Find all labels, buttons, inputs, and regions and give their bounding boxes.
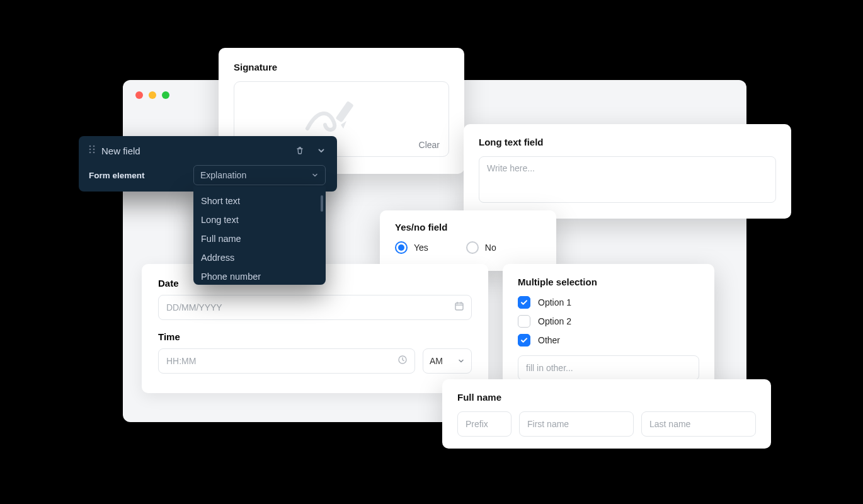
checkbox-control-2 (518, 315, 530, 328)
checkbox-option-1[interactable]: Option 1 (518, 296, 699, 309)
first-name-input[interactable] (519, 411, 634, 437)
other-text-input[interactable] (518, 355, 699, 381)
calendar-icon[interactable] (454, 301, 464, 314)
clock-icon[interactable] (397, 355, 408, 367)
multi-select-title: Multiple selection (518, 277, 699, 287)
dropdown-item-long-text[interactable]: Long text (193, 210, 326, 229)
delete-field-button[interactable] (295, 146, 304, 155)
ampm-value: AM (430, 356, 443, 366)
check-icon (520, 336, 528, 344)
collapse-panel-button[interactable] (317, 146, 326, 155)
form-element-selected: Explanation (200, 170, 246, 180)
yes-no-card: Yes/no field Yes No (380, 210, 556, 271)
drag-handle-icon[interactable] (89, 145, 95, 156)
window-minimize-dot[interactable] (149, 91, 156, 99)
chevron-down-icon (311, 171, 319, 179)
radio-yes-control (395, 241, 408, 254)
full-name-title: Full name (457, 392, 756, 403)
checkbox-option-other[interactable]: Other (518, 334, 699, 346)
svg-point-4 (89, 146, 91, 147)
dropdown-item-address[interactable]: Address (193, 248, 326, 267)
svg-rect-2 (455, 303, 463, 310)
ampm-select[interactable]: AM (423, 348, 472, 374)
chevron-down-icon (317, 146, 326, 155)
date-input[interactable] (158, 295, 472, 320)
long-text-title: Long text field (479, 137, 776, 147)
new-field-panel: New field Form element Explanation (79, 136, 337, 192)
dropdown-item-short-text[interactable]: Short text (193, 192, 326, 210)
long-text-input[interactable] (479, 156, 776, 203)
form-element-select[interactable]: Explanation (193, 165, 326, 185)
svg-point-6 (89, 149, 91, 151)
prefix-input[interactable] (457, 411, 512, 437)
checkbox-label-2: Option 2 (538, 316, 571, 326)
form-element-dropdown: Short text Long text Full name Address P… (193, 186, 326, 285)
signature-title: Signature (234, 62, 449, 72)
checkbox-control-other (518, 334, 530, 346)
time-input[interactable] (158, 348, 415, 374)
checkbox-label-other: Other (538, 335, 560, 345)
signature-icon (304, 97, 379, 135)
radio-yes[interactable]: Yes (395, 241, 428, 254)
check-icon (520, 299, 528, 306)
time-label: Time (158, 331, 472, 342)
radio-no[interactable]: No (466, 241, 496, 254)
signature-clear-button[interactable]: Clear (419, 140, 440, 150)
dropdown-item-full-name[interactable]: Full name (193, 229, 326, 248)
long-text-card: Long text field (464, 124, 791, 219)
checkbox-label-1: Option 1 (538, 297, 571, 307)
svg-rect-0 (335, 101, 353, 123)
form-element-label: Form element (89, 171, 145, 180)
window-zoom-dot[interactable] (162, 91, 169, 99)
radio-no-label: No (485, 243, 496, 253)
svg-point-7 (93, 149, 95, 151)
trash-icon (295, 146, 304, 155)
radio-yes-label: Yes (414, 243, 428, 253)
chevron-down-icon (457, 357, 465, 365)
svg-point-9 (93, 152, 95, 154)
radio-no-control (466, 241, 479, 254)
last-name-input[interactable] (641, 411, 756, 437)
svg-point-8 (89, 152, 91, 154)
multi-select-card: Multiple selection Option 1 Option 2 Oth… (503, 264, 714, 390)
dropdown-scrollbar[interactable] (321, 195, 323, 212)
window-close-dot[interactable] (135, 91, 143, 99)
checkbox-control-1 (518, 296, 530, 309)
dropdown-item-phone-number[interactable]: Phone number (193, 267, 326, 286)
checkbox-option-2[interactable]: Option 2 (518, 315, 699, 328)
svg-point-5 (93, 146, 95, 147)
full-name-card: Full name (442, 379, 771, 449)
svg-marker-1 (341, 121, 346, 129)
yes-no-title: Yes/no field (395, 222, 541, 232)
panel-title: New field (101, 146, 140, 156)
window-traffic-lights (135, 91, 169, 99)
